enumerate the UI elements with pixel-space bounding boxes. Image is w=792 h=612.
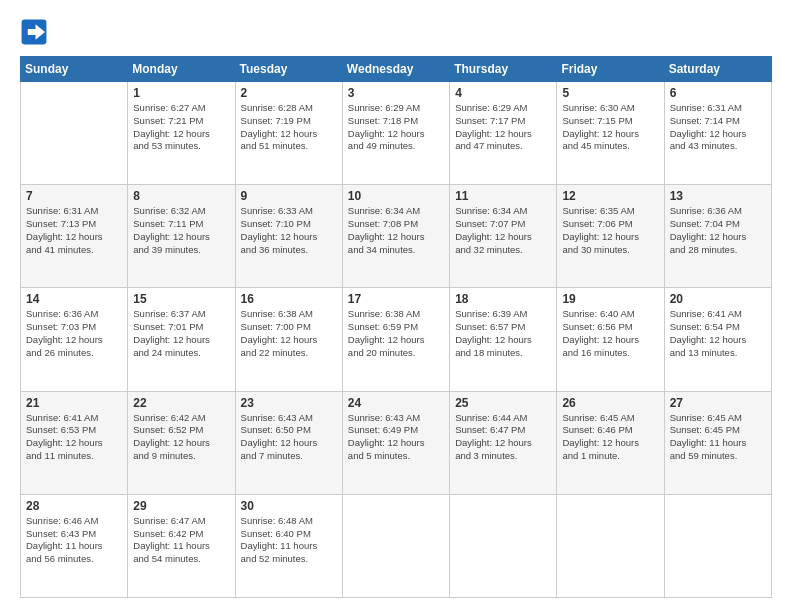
day-number: 2	[241, 86, 337, 100]
day-number: 14	[26, 292, 122, 306]
calendar-cell: 21Sunrise: 6:41 AM Sunset: 6:53 PM Dayli…	[21, 391, 128, 494]
day-info: Sunrise: 6:45 AM Sunset: 6:45 PM Dayligh…	[670, 412, 766, 463]
day-info: Sunrise: 6:48 AM Sunset: 6:40 PM Dayligh…	[241, 515, 337, 566]
calendar-table: SundayMondayTuesdayWednesdayThursdayFrid…	[20, 56, 772, 598]
day-number: 12	[562, 189, 658, 203]
calendar-cell: 8Sunrise: 6:32 AM Sunset: 7:11 PM Daylig…	[128, 185, 235, 288]
calendar-week-row: 21Sunrise: 6:41 AM Sunset: 6:53 PM Dayli…	[21, 391, 772, 494]
day-number: 18	[455, 292, 551, 306]
day-number: 1	[133, 86, 229, 100]
day-number: 6	[670, 86, 766, 100]
calendar-cell: 9Sunrise: 6:33 AM Sunset: 7:10 PM Daylig…	[235, 185, 342, 288]
day-number: 16	[241, 292, 337, 306]
day-info: Sunrise: 6:36 AM Sunset: 7:04 PM Dayligh…	[670, 205, 766, 256]
calendar-cell: 23Sunrise: 6:43 AM Sunset: 6:50 PM Dayli…	[235, 391, 342, 494]
calendar-cell: 13Sunrise: 6:36 AM Sunset: 7:04 PM Dayli…	[664, 185, 771, 288]
day-info: Sunrise: 6:31 AM Sunset: 7:13 PM Dayligh…	[26, 205, 122, 256]
day-number: 9	[241, 189, 337, 203]
day-number: 26	[562, 396, 658, 410]
day-info: Sunrise: 6:29 AM Sunset: 7:17 PM Dayligh…	[455, 102, 551, 153]
calendar-cell: 29Sunrise: 6:47 AM Sunset: 6:42 PM Dayli…	[128, 494, 235, 597]
logo	[20, 18, 52, 46]
page: SundayMondayTuesdayWednesdayThursdayFrid…	[0, 0, 792, 612]
calendar-cell: 14Sunrise: 6:36 AM Sunset: 7:03 PM Dayli…	[21, 288, 128, 391]
weekday-header: Wednesday	[342, 57, 449, 82]
day-number: 13	[670, 189, 766, 203]
day-info: Sunrise: 6:41 AM Sunset: 6:54 PM Dayligh…	[670, 308, 766, 359]
calendar-cell: 3Sunrise: 6:29 AM Sunset: 7:18 PM Daylig…	[342, 82, 449, 185]
calendar-cell: 6Sunrise: 6:31 AM Sunset: 7:14 PM Daylig…	[664, 82, 771, 185]
calendar-cell: 18Sunrise: 6:39 AM Sunset: 6:57 PM Dayli…	[450, 288, 557, 391]
calendar-cell: 10Sunrise: 6:34 AM Sunset: 7:08 PM Dayli…	[342, 185, 449, 288]
day-info: Sunrise: 6:32 AM Sunset: 7:11 PM Dayligh…	[133, 205, 229, 256]
day-number: 5	[562, 86, 658, 100]
day-info: Sunrise: 6:35 AM Sunset: 7:06 PM Dayligh…	[562, 205, 658, 256]
calendar-cell: 26Sunrise: 6:45 AM Sunset: 6:46 PM Dayli…	[557, 391, 664, 494]
calendar-week-row: 1Sunrise: 6:27 AM Sunset: 7:21 PM Daylig…	[21, 82, 772, 185]
calendar-cell: 17Sunrise: 6:38 AM Sunset: 6:59 PM Dayli…	[342, 288, 449, 391]
day-info: Sunrise: 6:27 AM Sunset: 7:21 PM Dayligh…	[133, 102, 229, 153]
calendar-cell	[664, 494, 771, 597]
calendar-cell: 4Sunrise: 6:29 AM Sunset: 7:17 PM Daylig…	[450, 82, 557, 185]
weekday-header: Tuesday	[235, 57, 342, 82]
calendar-cell	[342, 494, 449, 597]
weekday-header: Monday	[128, 57, 235, 82]
calendar-cell: 30Sunrise: 6:48 AM Sunset: 6:40 PM Dayli…	[235, 494, 342, 597]
day-info: Sunrise: 6:46 AM Sunset: 6:43 PM Dayligh…	[26, 515, 122, 566]
day-info: Sunrise: 6:28 AM Sunset: 7:19 PM Dayligh…	[241, 102, 337, 153]
day-number: 21	[26, 396, 122, 410]
day-number: 17	[348, 292, 444, 306]
day-number: 3	[348, 86, 444, 100]
day-info: Sunrise: 6:33 AM Sunset: 7:10 PM Dayligh…	[241, 205, 337, 256]
calendar-cell: 25Sunrise: 6:44 AM Sunset: 6:47 PM Dayli…	[450, 391, 557, 494]
calendar-cell: 20Sunrise: 6:41 AM Sunset: 6:54 PM Dayli…	[664, 288, 771, 391]
calendar-week-row: 28Sunrise: 6:46 AM Sunset: 6:43 PM Dayli…	[21, 494, 772, 597]
day-number: 25	[455, 396, 551, 410]
day-number: 22	[133, 396, 229, 410]
day-number: 4	[455, 86, 551, 100]
day-number: 10	[348, 189, 444, 203]
day-info: Sunrise: 6:29 AM Sunset: 7:18 PM Dayligh…	[348, 102, 444, 153]
calendar-cell: 1Sunrise: 6:27 AM Sunset: 7:21 PM Daylig…	[128, 82, 235, 185]
calendar-cell	[450, 494, 557, 597]
calendar-cell: 2Sunrise: 6:28 AM Sunset: 7:19 PM Daylig…	[235, 82, 342, 185]
day-number: 29	[133, 499, 229, 513]
day-number: 24	[348, 396, 444, 410]
weekday-header: Friday	[557, 57, 664, 82]
day-info: Sunrise: 6:45 AM Sunset: 6:46 PM Dayligh…	[562, 412, 658, 463]
day-info: Sunrise: 6:44 AM Sunset: 6:47 PM Dayligh…	[455, 412, 551, 463]
day-number: 20	[670, 292, 766, 306]
calendar-cell: 5Sunrise: 6:30 AM Sunset: 7:15 PM Daylig…	[557, 82, 664, 185]
day-info: Sunrise: 6:41 AM Sunset: 6:53 PM Dayligh…	[26, 412, 122, 463]
day-info: Sunrise: 6:43 AM Sunset: 6:50 PM Dayligh…	[241, 412, 337, 463]
calendar-cell: 15Sunrise: 6:37 AM Sunset: 7:01 PM Dayli…	[128, 288, 235, 391]
day-info: Sunrise: 6:43 AM Sunset: 6:49 PM Dayligh…	[348, 412, 444, 463]
day-info: Sunrise: 6:31 AM Sunset: 7:14 PM Dayligh…	[670, 102, 766, 153]
calendar-cell: 22Sunrise: 6:42 AM Sunset: 6:52 PM Dayli…	[128, 391, 235, 494]
day-info: Sunrise: 6:42 AM Sunset: 6:52 PM Dayligh…	[133, 412, 229, 463]
calendar-cell: 16Sunrise: 6:38 AM Sunset: 7:00 PM Dayli…	[235, 288, 342, 391]
day-number: 23	[241, 396, 337, 410]
calendar-cell	[21, 82, 128, 185]
weekday-header: Sunday	[21, 57, 128, 82]
calendar-week-row: 14Sunrise: 6:36 AM Sunset: 7:03 PM Dayli…	[21, 288, 772, 391]
day-number: 8	[133, 189, 229, 203]
day-number: 27	[670, 396, 766, 410]
calendar-week-row: 7Sunrise: 6:31 AM Sunset: 7:13 PM Daylig…	[21, 185, 772, 288]
calendar-cell: 28Sunrise: 6:46 AM Sunset: 6:43 PM Dayli…	[21, 494, 128, 597]
header	[20, 18, 772, 46]
day-info: Sunrise: 6:30 AM Sunset: 7:15 PM Dayligh…	[562, 102, 658, 153]
day-info: Sunrise: 6:38 AM Sunset: 7:00 PM Dayligh…	[241, 308, 337, 359]
day-info: Sunrise: 6:47 AM Sunset: 6:42 PM Dayligh…	[133, 515, 229, 566]
calendar-cell: 19Sunrise: 6:40 AM Sunset: 6:56 PM Dayli…	[557, 288, 664, 391]
calendar-cell: 11Sunrise: 6:34 AM Sunset: 7:07 PM Dayli…	[450, 185, 557, 288]
logo-icon	[20, 18, 48, 46]
day-info: Sunrise: 6:38 AM Sunset: 6:59 PM Dayligh…	[348, 308, 444, 359]
day-number: 28	[26, 499, 122, 513]
calendar-cell: 24Sunrise: 6:43 AM Sunset: 6:49 PM Dayli…	[342, 391, 449, 494]
day-info: Sunrise: 6:40 AM Sunset: 6:56 PM Dayligh…	[562, 308, 658, 359]
calendar-header-row: SundayMondayTuesdayWednesdayThursdayFrid…	[21, 57, 772, 82]
weekday-header: Thursday	[450, 57, 557, 82]
day-info: Sunrise: 6:34 AM Sunset: 7:08 PM Dayligh…	[348, 205, 444, 256]
day-info: Sunrise: 6:34 AM Sunset: 7:07 PM Dayligh…	[455, 205, 551, 256]
